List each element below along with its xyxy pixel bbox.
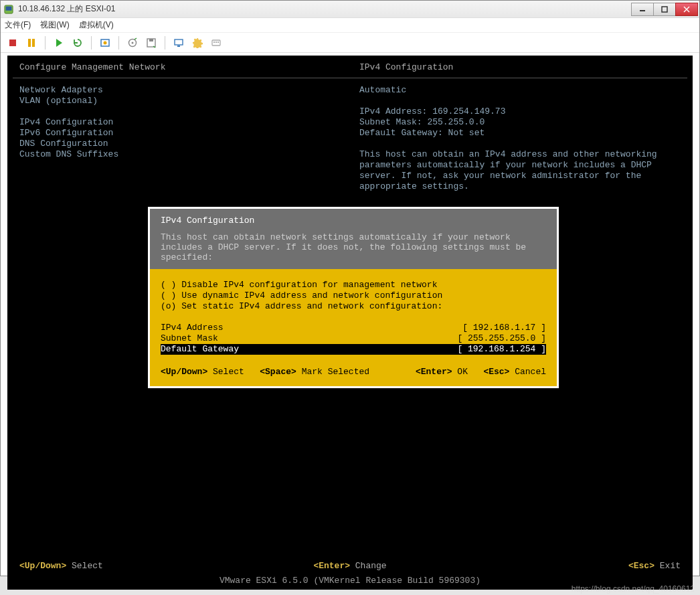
field-value[interactable]: [ 255.255.255.0 ] [457, 333, 546, 344]
key-hint-label: Mark Selected [296, 367, 369, 377]
connect-floppy-button[interactable] [143, 35, 159, 51]
vm-console[interactable]: Configure Management Network IPv4 Config… [7, 56, 693, 590]
key-hint-label: Change [350, 561, 387, 571]
app-icon [3, 4, 14, 15]
ipv4-config-dialog: IPv4 Configuration This host can obtain … [148, 207, 559, 388]
detail-ipv4-address: IPv4 Address: 169.254.149.73 [359, 106, 681, 117]
svg-point-12 [132, 41, 134, 44]
menu-item-dns-suffixes[interactable]: Custom DNS Suffixes [19, 149, 359, 160]
refresh-button[interactable] [70, 35, 86, 51]
header-right: IPv4 Configuration [359, 62, 681, 72]
field-subnet-mask[interactable]: Subnet Mask [ 255.255.255.0 ] [161, 333, 546, 344]
menu-item-ipv4[interactable]: IPv4 Configuration [19, 117, 359, 128]
detail-desc-line: server. If not, ask your network adminis… [359, 171, 681, 181]
svg-rect-1 [6, 6, 12, 10]
window-buttons [632, 3, 698, 16]
field-value[interactable]: [ 192.168.1.17 ] [462, 323, 546, 333]
menubar: 文件(F) 视图(W) 虚拟机(V) [1, 18, 699, 33]
field-value[interactable]: [ 192.168.1.254 ] [457, 344, 546, 355]
settings-button[interactable] [189, 35, 205, 51]
detail-desc-line: parameters automatically if your network… [359, 160, 681, 171]
toolbar-separator [91, 36, 92, 50]
key-hint-label: Cancel [509, 367, 546, 377]
field-default-gateway[interactable]: Default Gateway [ 192.168.1.254 ] [161, 344, 546, 355]
svg-rect-19 [215, 41, 217, 43]
field-label: IPv4 Address [161, 323, 462, 333]
key-hint-esc: <Esc> [483, 367, 509, 377]
dialog-desc-line: specified: [161, 252, 546, 262]
menu-file[interactable]: 文件(F) [5, 19, 31, 31]
toolbar [1, 33, 699, 53]
svg-rect-15 [175, 39, 183, 45]
dialog-desc-line: This host can obtain network settings au… [161, 232, 546, 242]
snapshot-button[interactable] [97, 35, 113, 51]
toolbar-separator [45, 36, 46, 50]
option-static-ipv4[interactable]: (o) Set static IPv4 address and network … [161, 301, 546, 312]
svg-rect-7 [28, 39, 31, 47]
detail-subnet-mask: Subnet Mask: 255.255.0.0 [359, 117, 681, 128]
key-hint-label: Select [207, 367, 244, 377]
svg-point-10 [104, 41, 107, 44]
toolbar-separator [165, 36, 165, 50]
dialog-body: ( ) Disable IPv4 configuration for manag… [150, 269, 557, 367]
menu-item-vlan[interactable]: VLAN (optional) [19, 96, 359, 106]
key-hint-label: Exit [654, 561, 681, 571]
minimize-button[interactable] [631, 3, 654, 16]
play-button[interactable] [51, 35, 67, 51]
field-label: Subnet Mask [161, 333, 457, 344]
key-hint-label: Select [66, 561, 103, 571]
stop-button[interactable] [5, 35, 21, 51]
header-left: Configure Management Network [19, 62, 359, 72]
menu-item-ipv6[interactable]: IPv6 Configuration [19, 128, 359, 139]
field-ipv4-address[interactable]: IPv4 Address [ 192.168.1.17 ] [161, 323, 546, 333]
console-bottom-bar: <Up/Down> Select <Enter> Change <Esc> Ex… [7, 561, 693, 571]
detail-panel: Automatic IPv4 Address: 169.254.149.73 S… [359, 85, 681, 192]
svg-rect-18 [213, 41, 215, 43]
svg-rect-8 [32, 39, 35, 47]
detail-auto: Automatic [359, 85, 681, 96]
key-hint-enter: <Enter> [313, 561, 350, 571]
menu-vm[interactable]: 虚拟机(V) [79, 19, 114, 31]
menu-view[interactable]: 视图(W) [40, 19, 69, 31]
svg-rect-3 [662, 7, 667, 12]
key-hint-label: OK [452, 367, 468, 377]
dialog-title: IPv4 Configuration [161, 216, 546, 226]
dialog-desc-line: includes a DHCP server. If it does not, … [161, 242, 546, 252]
detail-desc-line: appropriate settings. [359, 181, 681, 192]
pause-button[interactable] [23, 35, 39, 51]
console-button[interactable] [171, 35, 187, 51]
option-disable-ipv4[interactable]: ( ) Disable IPv4 configuration for manag… [161, 280, 546, 290]
watermark: https://blog.csdn.net/qq_40160612 [572, 584, 695, 594]
menu-item-network-adapters[interactable]: Network Adapters [19, 85, 359, 96]
key-hint-updown: <Up/Down> [161, 367, 207, 377]
detail-desc-line: This host can obtain an IPv4 address and… [359, 149, 681, 160]
app-window: 10.18.46.132 上的 ESXI-01 文件(F) 视图(W) 虚拟机(… [0, 0, 700, 576]
svg-rect-16 [177, 46, 180, 47]
dialog-header: IPv4 Configuration This host can obtain … [150, 209, 557, 269]
svg-rect-20 [217, 41, 219, 43]
header-divider [13, 78, 687, 78]
key-hint-esc: <Esc> [628, 561, 654, 571]
maximize-button[interactable] [653, 3, 676, 16]
key-hint-enter: <Enter> [416, 367, 452, 377]
menu-list: Network Adapters VLAN (optional) IPv4 Co… [19, 85, 359, 192]
connect-cd-button[interactable] [124, 35, 141, 51]
svg-rect-6 [9, 39, 16, 46]
toolbar-separator [118, 36, 119, 50]
window-title: 10.18.46.132 上的 ESXI-01 [18, 3, 632, 15]
close-button[interactable] [675, 3, 698, 16]
svg-rect-14 [149, 39, 153, 41]
ctrl-alt-del-button[interactable] [208, 35, 224, 51]
titlebar: 10.18.46.132 上的 ESXI-01 [1, 1, 699, 18]
field-label: Default Gateway [161, 344, 457, 355]
menu-item-dns[interactable]: DNS Configuration [19, 139, 359, 149]
detail-default-gateway: Default Gateway: Not set [359, 128, 681, 139]
key-hint-updown: <Up/Down> [19, 561, 66, 571]
dialog-footer: <Up/Down> Select <Space> Mark Selected <… [150, 367, 557, 386]
key-hint-space: <Space> [260, 367, 296, 377]
option-dynamic-ipv4[interactable]: ( ) Use dynamic IPv4 address and network… [161, 290, 546, 301]
